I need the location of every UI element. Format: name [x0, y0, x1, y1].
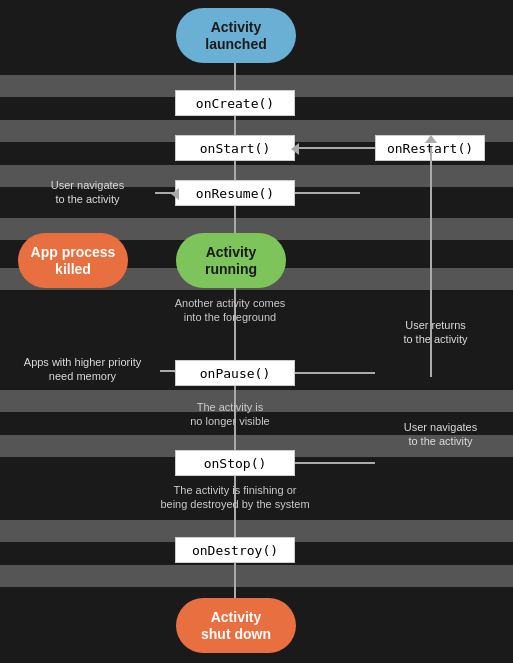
activity-running-node: Activity running: [176, 233, 286, 288]
no-longer-visible-text: The activity is no longer visible: [150, 400, 310, 429]
app-process-killed-label: App process killed: [31, 244, 116, 278]
activity-launched-node: Activity launched: [176, 8, 296, 63]
user-returns-arrow: [295, 372, 375, 374]
ondestroy-box: onDestroy(): [175, 537, 295, 563]
user-nav-arrow-2: [295, 462, 375, 464]
separator-9: [0, 565, 513, 587]
user-navigates-label-1: User navigates to the activity: [10, 178, 165, 207]
onresume-label: onResume(): [196, 186, 274, 201]
onresume-box: onResume(): [175, 180, 295, 206]
onstop-label: onStop(): [204, 456, 267, 471]
onpause-box: onPause(): [175, 360, 295, 386]
apps-higher-priority-label: Apps with higher priority need memory: [5, 355, 160, 384]
finishing-destroyed-text: The activity is finishing or being destr…: [120, 483, 350, 512]
right-loop-up-arrowhead: [425, 135, 437, 143]
activity-shut-down-node: Activity shut down: [176, 598, 296, 653]
oncreate-label: onCreate(): [196, 96, 274, 111]
onresume-right-arrow: [295, 192, 360, 194]
ondestroy-label: onDestroy(): [192, 543, 278, 558]
right-loop-vertical: [430, 147, 432, 377]
user-returns-label: User returns to the activity: [368, 318, 503, 347]
user-navigates-label-2: User navigates to the activity: [373, 420, 508, 449]
onstop-box: onStop(): [175, 450, 295, 476]
activity-launched-label: Activity launched: [205, 19, 266, 53]
user-nav-arrowhead-1: [171, 188, 179, 200]
app-process-killed-node: App process killed: [18, 233, 128, 288]
restart-to-start-arrow: [295, 147, 375, 149]
activity-running-label: Activity running: [205, 244, 257, 278]
activity-shut-down-label: Activity shut down: [201, 609, 271, 643]
restart-arrowhead: [291, 143, 299, 155]
onstart-label: onStart(): [200, 141, 270, 156]
oncreate-box: onCreate(): [175, 90, 295, 116]
onpause-label: onPause(): [200, 366, 270, 381]
onstart-box: onStart(): [175, 135, 295, 161]
another-activity-text: Another activity comes into the foregrou…: [150, 296, 310, 325]
